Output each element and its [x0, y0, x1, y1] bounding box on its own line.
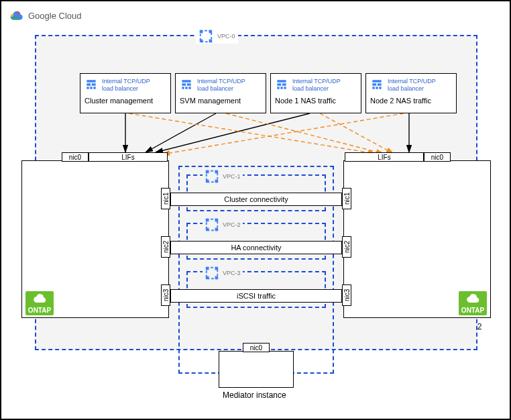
vpc3-label: VPC-3 [223, 270, 241, 276]
vpc0-label: VPC-0 [217, 33, 235, 40]
svg-rect-2 [209, 30, 213, 34]
svg-rect-4 [209, 40, 213, 43]
lb-type-label: Internal TCP/UDP load balancer [292, 78, 341, 93]
vpc-icon [205, 266, 219, 280]
cloud-icon [32, 293, 47, 305]
svg-rect-3 [200, 40, 203, 43]
lb-type-label: Internal TCP/UDP load balancer [102, 78, 150, 93]
lb-title: Node 2 NAS traffic [370, 93, 452, 105]
load-balancer-icon [275, 78, 288, 91]
lb-type-label: Internal TCP/UDP load balancer [388, 78, 436, 93]
svg-rect-15 [215, 170, 219, 174]
lb-node1-nas: Internal TCP/UDP load balancer Node 1 NA… [270, 73, 361, 113]
iscsi-traffic-bar: iSCSI traffic [170, 289, 342, 303]
svg-rect-24 [206, 267, 209, 270]
gcp-title: Google Cloud [28, 11, 82, 21]
node2-nic2: nic2 [342, 236, 351, 258]
vpc1-label: VPC-1 [223, 173, 241, 180]
node2-nic0: nic0 [424, 152, 451, 162]
ontap-text: ONTAP [28, 307, 51, 314]
svg-rect-17 [215, 180, 219, 183]
load-balancer-icon [180, 78, 193, 91]
ontap-text: ONTAP [461, 307, 484, 314]
lb-title: Node 1 NAS traffic [275, 93, 357, 105]
svg-rect-26 [206, 276, 209, 280]
vpc-icon [198, 29, 213, 44]
vpc3-badge: VPC-3 [203, 266, 243, 280]
node1-nic0: nic0 [62, 152, 89, 162]
svg-rect-14 [206, 170, 209, 174]
ontap-badge-right: ONTAP [459, 291, 487, 315]
lb-cluster-mgmt: Internal TCP/UDP load balancer Cluster m… [80, 73, 171, 113]
mediator-box [219, 351, 294, 388]
google-cloud-icon [9, 8, 24, 23]
svg-rect-16 [206, 180, 209, 183]
vpc0-badge: VPC-0 [196, 29, 238, 44]
mediator-label: Mediator instance [223, 390, 286, 400]
node1-nic2: nic2 [161, 236, 170, 258]
svg-rect-1 [200, 30, 203, 34]
cluster-connectivity-bar: Cluster connectivity [170, 193, 342, 206]
load-balancer-icon [370, 78, 384, 91]
lb-title: SVM management [180, 93, 262, 105]
ontap-badge-left: ONTAP [25, 291, 54, 315]
svg-rect-22 [215, 228, 219, 231]
node1-nic3: nic3 [161, 284, 170, 306]
mediator-nic0: nic0 [243, 343, 270, 352]
vpc-icon [205, 217, 219, 232]
svg-rect-25 [215, 267, 219, 270]
lb-node2-nas: Internal TCP/UDP load balancer Node 2 NA… [365, 73, 457, 113]
vpc2-badge: VPC-2 [203, 217, 243, 232]
svg-rect-21 [206, 228, 209, 231]
lb-type-label: Internal TCP/UDP load balancer [197, 78, 245, 93]
gcp-logo-area: Google Cloud [9, 8, 82, 23]
node2-nic1: nic1 [342, 188, 351, 209]
svg-rect-20 [215, 219, 219, 222]
ha-connectivity-bar: HA connectivity [170, 241, 342, 254]
node2-nic3: nic3 [342, 284, 351, 306]
lb-svm-mgmt: Internal TCP/UDP load balancer SVM manag… [175, 73, 266, 113]
svg-rect-27 [215, 276, 219, 280]
load-balancer-icon [84, 78, 98, 91]
cloud-icon [465, 293, 480, 305]
node1-lifs: LIFs [89, 152, 168, 162]
svg-rect-19 [206, 219, 209, 222]
lb-title: Cluster management [84, 93, 166, 105]
vpc-icon [205, 169, 219, 184]
node2-lifs: LIFs [345, 152, 424, 162]
node1-nic1: nic1 [161, 188, 170, 209]
vpc1-badge: VPC-1 [203, 169, 243, 184]
vpc2-label: VPC-2 [223, 221, 241, 228]
